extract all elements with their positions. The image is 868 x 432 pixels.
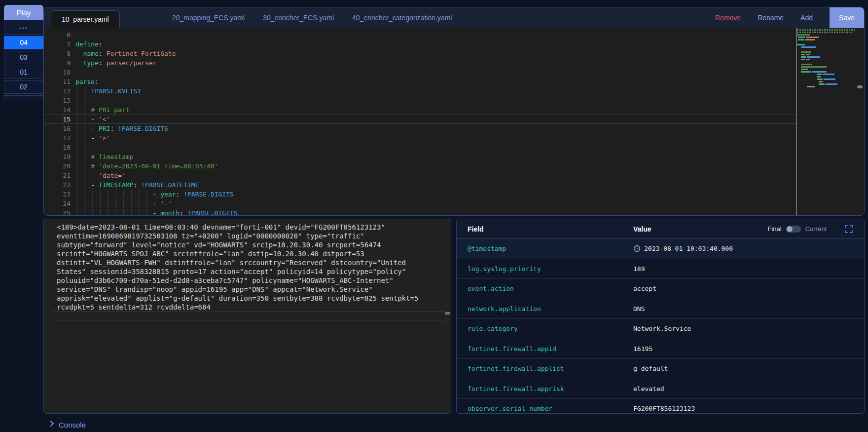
clock-icon (633, 245, 641, 252)
fields-table: @timestamp2023-08-01 10:03:40.000log.sys… (457, 239, 864, 414)
code-line-24: 24│ │ │ │ │ │ │ │ │ │ - '-' (44, 199, 796, 208)
code-line-13: 13│ │ (44, 96, 796, 105)
field-row-fortinet.firewall.applist: fortinet.firewall.applistg-default (457, 359, 864, 379)
code-line-12: 12│ │ !PARSE.KVLIST (44, 86, 796, 96)
field-row-@timestamp: @timestamp2023-08-01 10:03:40.000 (457, 239, 864, 259)
code-line-15: 15│ │ - '<' (44, 115, 796, 124)
tab-40-enricher-categorization-yaml[interactable]: 40_enricher_categorization.yaml (352, 14, 452, 22)
code-line-25: 25│ │ │ │ │ │ │ │ │ │ - month: !PARSE.DI… (44, 208, 796, 215)
editor-scrollbar-thumb[interactable] (857, 85, 863, 88)
sidebar-more-button[interactable]: ... (4, 20, 43, 35)
field-row-network.application: network.applicationDNS (457, 299, 864, 319)
field-row-log.syslog.priority: log.syslog.priority189 (457, 259, 864, 279)
field-name: fortinet.firewall.appid (457, 345, 633, 353)
code-line-10: 10 (44, 68, 796, 77)
code-line-23: 23│ │ │ │ │ │ │ │ │ │ - year: !PARSE.DIG… (44, 190, 796, 199)
add-button[interactable]: Add (800, 14, 813, 22)
field-row-fortinet.firewall.appid: fortinet.firewall.appid16195 (457, 339, 864, 359)
fields-controls: Final Current (767, 225, 853, 234)
console-label: Console (59, 421, 86, 429)
log-cursor-line (52, 312, 445, 320)
code-line-7: 7define: (44, 39, 796, 49)
field-name: @timestamp (457, 245, 633, 252)
sample-item-01[interactable]: 01 (4, 66, 43, 79)
field-name: observer.serial_number (457, 405, 633, 412)
log-scrollbar-thumb[interactable] (445, 312, 450, 314)
code-line-19: 19│ │ # Timestamp (44, 152, 796, 161)
sample-list: 04030102 (4, 36, 43, 94)
chevron-right-icon (49, 420, 54, 429)
field-value: FG200FT856123123 (633, 405, 864, 412)
value-column-header: Value (633, 225, 767, 233)
play-button[interactable]: Play (4, 5, 43, 20)
code-lines: 67define:8 name: Fortinet FortiGate9 typ… (44, 28, 796, 215)
field-row-observer.serial_number: observer.serial_numberFG200FT856123123 (457, 399, 864, 414)
ellipsis-icon: ... (19, 22, 29, 30)
toggle-knob (787, 226, 793, 232)
code-line-16: 16│ │ - PRI: !PARSE.DIGITS (44, 124, 796, 133)
code-line-20: 20│ │ # 'date=2023-08-01 time=08:03:40' (44, 161, 796, 171)
field-value: 16195 (633, 345, 864, 353)
sample-item-02[interactable]: 02 (4, 80, 43, 94)
field-value: DNS (633, 305, 864, 313)
field-value: 189 (633, 265, 864, 273)
code-editor[interactable]: 67define:8 name: Fortinet FortiGate9 typ… (44, 28, 864, 215)
code-line-18: 18│ │ (44, 143, 796, 152)
log-scrollbar-track (445, 219, 445, 413)
sample-item-stub (4, 95, 43, 100)
file-actions: Remove Rename Add Save (715, 7, 864, 28)
field-value: accept (633, 285, 864, 292)
code-line-11: 11parse: (44, 77, 796, 86)
field-row-rule.category: rule.categoryNetwork.Service (457, 319, 864, 339)
inactive-tabs: 20_mapping_ECS.yaml30_enricher_ECS.yaml4… (172, 7, 452, 28)
field-value: elevated (633, 385, 864, 393)
field-name: fortinet.firewall.applist (457, 365, 633, 372)
field-column-header: Field (457, 225, 633, 233)
final-label: Final (767, 225, 781, 233)
run-sidebar: Play ... 04030102 (4, 5, 43, 100)
code-line-17: 17│ │ - '>' (44, 133, 796, 143)
current-label: Current (805, 225, 827, 233)
remove-button[interactable]: Remove (715, 14, 741, 22)
field-name: network.application (457, 305, 633, 313)
code-line-21: 21│ │ - 'date=' (44, 171, 796, 180)
field-value: g-default (633, 365, 864, 372)
code-line-22: 22│ │ - TIMESTAMP: !PARSE.DATETIME (44, 180, 796, 190)
code-line-9: 9 type: parsec/parser (44, 58, 796, 68)
field-name: rule.category (457, 325, 633, 332)
field-value: Network.Service (633, 325, 864, 332)
expand-icon[interactable] (844, 225, 853, 234)
field-row-fortinet.firewall.apprisk: fortinet.firewall.appriskelevated (457, 379, 864, 399)
field-name: event.action (457, 285, 633, 292)
code-line-14: 14│ │ # PRI part (44, 105, 796, 115)
sample-item-03[interactable]: 03 (4, 51, 43, 64)
code-line-8: 8 name: Fortinet FortiGate (44, 49, 796, 58)
tab-20-mapping-ecs-yaml[interactable]: 20_mapping_ECS.yaml (172, 14, 245, 22)
field-name: fortinet.firewall.apprisk (457, 385, 633, 393)
log-input-panel: <189>date=2023-08-01 time=08:03:40 devna… (43, 219, 451, 414)
minimap[interactable] (797, 29, 856, 215)
tab-30-enricher-ecs-yaml[interactable]: 30_enricher_ECS.yaml (263, 14, 334, 22)
final-current-toggle[interactable] (786, 226, 801, 233)
code-line-6: 6 (44, 30, 796, 39)
field-value: 2023-08-01 10:03:40.000 (633, 245, 864, 252)
raw-log-input[interactable]: <189>date=2023-08-01 time=08:03:40 devna… (57, 223, 431, 312)
field-row-event.action: event.actionaccept (457, 279, 864, 299)
tab-active-file[interactable]: 10_parser.yaml (51, 10, 120, 29)
app: Play ... 04030102 10_parser.yaml 20_mapp… (0, 0, 868, 432)
save-button[interactable]: Save (830, 7, 864, 28)
file-tabbar: 10_parser.yaml 20_mapping_ECS.yaml30_enr… (44, 7, 864, 28)
console-bar[interactable]: Console (49, 418, 86, 431)
rename-button[interactable]: Rename (758, 14, 784, 22)
editor-panel: 10_parser.yaml 20_mapping_ECS.yaml30_enr… (43, 7, 865, 216)
fields-panel: Field Value Final Current @timestamp2023… (456, 219, 865, 414)
sample-item-04[interactable]: 04 (4, 36, 43, 49)
fields-header: Field Value Final Current (457, 219, 864, 239)
field-name: log.syslog.priority (457, 265, 633, 273)
